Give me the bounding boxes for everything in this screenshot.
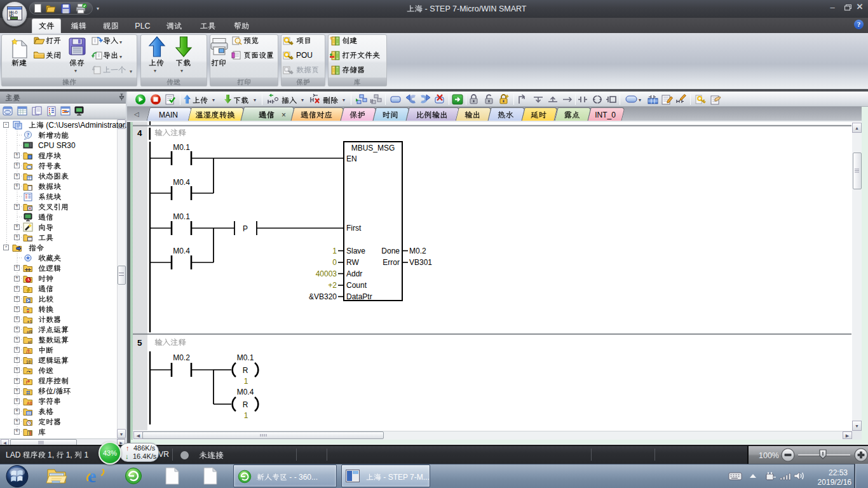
- svg-text:Error: Error: [383, 258, 400, 267]
- svg-text:P: P: [243, 224, 248, 233]
- svg-text:&VB320: &VB320: [309, 292, 337, 301]
- svg-text:0: 0: [332, 258, 337, 267]
- svg-text:M0.4: M0.4: [173, 178, 190, 187]
- svg-text:M0.2: M0.2: [173, 353, 190, 362]
- svg-text:40003: 40003: [316, 269, 337, 278]
- svg-text:1: 1: [244, 411, 248, 420]
- svg-text:M0.1: M0.1: [173, 143, 190, 152]
- svg-text:R: R: [243, 400, 248, 409]
- svg-text:1: 1: [244, 377, 248, 386]
- svg-text:MBUS_MSG: MBUS_MSG: [351, 144, 395, 152]
- svg-text:VB301: VB301: [409, 258, 432, 267]
- svg-text:Addr: Addr: [346, 269, 362, 278]
- svg-text:First: First: [346, 224, 362, 233]
- svg-text:Done: Done: [381, 247, 400, 255]
- svg-text:M0.4: M0.4: [237, 388, 254, 396]
- svg-text:Slave: Slave: [346, 247, 365, 255]
- svg-text:M0.2: M0.2: [409, 247, 426, 255]
- svg-text:M0.1: M0.1: [237, 353, 254, 362]
- svg-text:M0.4: M0.4: [173, 247, 190, 255]
- svg-text:5: 5: [137, 338, 142, 348]
- svg-text:Count: Count: [346, 281, 367, 290]
- svg-text:M0.1: M0.1: [173, 212, 190, 221]
- svg-text:4: 4: [137, 128, 142, 138]
- svg-text:EN: EN: [346, 154, 357, 163]
- svg-text:+2: +2: [328, 281, 337, 290]
- svg-text:DataPtr: DataPtr: [346, 292, 372, 301]
- svg-text:RW: RW: [346, 258, 359, 267]
- svg-text:R: R: [243, 366, 248, 375]
- svg-text:1: 1: [332, 247, 337, 255]
